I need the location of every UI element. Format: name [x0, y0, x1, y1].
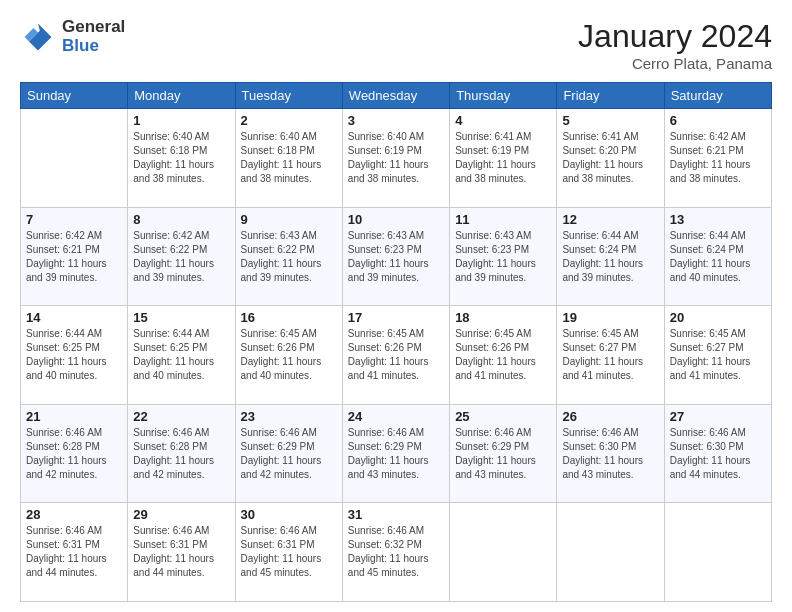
calendar-cell: 26Sunrise: 6:46 AM Sunset: 6:30 PM Dayli…	[557, 404, 664, 503]
calendar-title: January 2024	[578, 18, 772, 55]
calendar-cell: 24Sunrise: 6:46 AM Sunset: 6:29 PM Dayli…	[342, 404, 449, 503]
day-info: Sunrise: 6:44 AM Sunset: 6:25 PM Dayligh…	[26, 327, 122, 383]
day-number: 28	[26, 507, 122, 522]
day-info: Sunrise: 6:46 AM Sunset: 6:31 PM Dayligh…	[26, 524, 122, 580]
day-number: 23	[241, 409, 337, 424]
day-number: 24	[348, 409, 444, 424]
calendar-cell: 12Sunrise: 6:44 AM Sunset: 6:24 PM Dayli…	[557, 207, 664, 306]
calendar-cell: 8Sunrise: 6:42 AM Sunset: 6:22 PM Daylig…	[128, 207, 235, 306]
calendar-cell: 16Sunrise: 6:45 AM Sunset: 6:26 PM Dayli…	[235, 306, 342, 405]
logo-icon	[20, 19, 56, 55]
calendar-cell: 30Sunrise: 6:46 AM Sunset: 6:31 PM Dayli…	[235, 503, 342, 602]
calendar-cell: 17Sunrise: 6:45 AM Sunset: 6:26 PM Dayli…	[342, 306, 449, 405]
day-number: 18	[455, 310, 551, 325]
calendar-cell: 2Sunrise: 6:40 AM Sunset: 6:18 PM Daylig…	[235, 109, 342, 208]
day-number: 8	[133, 212, 229, 227]
day-info: Sunrise: 6:41 AM Sunset: 6:19 PM Dayligh…	[455, 130, 551, 186]
calendar-cell: 11Sunrise: 6:43 AM Sunset: 6:23 PM Dayli…	[450, 207, 557, 306]
day-number: 26	[562, 409, 658, 424]
day-info: Sunrise: 6:40 AM Sunset: 6:18 PM Dayligh…	[241, 130, 337, 186]
week-row-0: 1Sunrise: 6:40 AM Sunset: 6:18 PM Daylig…	[21, 109, 772, 208]
day-info: Sunrise: 6:46 AM Sunset: 6:29 PM Dayligh…	[348, 426, 444, 482]
day-info: Sunrise: 6:41 AM Sunset: 6:20 PM Dayligh…	[562, 130, 658, 186]
calendar-cell: 29Sunrise: 6:46 AM Sunset: 6:31 PM Dayli…	[128, 503, 235, 602]
day-info: Sunrise: 6:46 AM Sunset: 6:29 PM Dayligh…	[455, 426, 551, 482]
header-tuesday: Tuesday	[235, 83, 342, 109]
calendar-cell: 7Sunrise: 6:42 AM Sunset: 6:21 PM Daylig…	[21, 207, 128, 306]
day-number: 16	[241, 310, 337, 325]
week-row-4: 28Sunrise: 6:46 AM Sunset: 6:31 PM Dayli…	[21, 503, 772, 602]
day-number: 31	[348, 507, 444, 522]
week-row-3: 21Sunrise: 6:46 AM Sunset: 6:28 PM Dayli…	[21, 404, 772, 503]
day-number: 14	[26, 310, 122, 325]
day-number: 21	[26, 409, 122, 424]
day-info: Sunrise: 6:46 AM Sunset: 6:31 PM Dayligh…	[133, 524, 229, 580]
day-number: 10	[348, 212, 444, 227]
day-number: 9	[241, 212, 337, 227]
header-thursday: Thursday	[450, 83, 557, 109]
calendar-cell: 18Sunrise: 6:45 AM Sunset: 6:26 PM Dayli…	[450, 306, 557, 405]
calendar-cell	[664, 503, 771, 602]
day-info: Sunrise: 6:46 AM Sunset: 6:30 PM Dayligh…	[562, 426, 658, 482]
day-info: Sunrise: 6:43 AM Sunset: 6:22 PM Dayligh…	[241, 229, 337, 285]
day-info: Sunrise: 6:45 AM Sunset: 6:26 PM Dayligh…	[348, 327, 444, 383]
calendar-cell: 28Sunrise: 6:46 AM Sunset: 6:31 PM Dayli…	[21, 503, 128, 602]
header-friday: Friday	[557, 83, 664, 109]
calendar-cell: 10Sunrise: 6:43 AM Sunset: 6:23 PM Dayli…	[342, 207, 449, 306]
calendar-cell: 1Sunrise: 6:40 AM Sunset: 6:18 PM Daylig…	[128, 109, 235, 208]
day-info: Sunrise: 6:44 AM Sunset: 6:24 PM Dayligh…	[562, 229, 658, 285]
day-number: 1	[133, 113, 229, 128]
day-info: Sunrise: 6:46 AM Sunset: 6:28 PM Dayligh…	[26, 426, 122, 482]
calendar-cell: 22Sunrise: 6:46 AM Sunset: 6:28 PM Dayli…	[128, 404, 235, 503]
day-info: Sunrise: 6:45 AM Sunset: 6:26 PM Dayligh…	[455, 327, 551, 383]
calendar-table: Sunday Monday Tuesday Wednesday Thursday…	[20, 82, 772, 602]
day-info: Sunrise: 6:45 AM Sunset: 6:26 PM Dayligh…	[241, 327, 337, 383]
day-info: Sunrise: 6:45 AM Sunset: 6:27 PM Dayligh…	[562, 327, 658, 383]
calendar-cell: 3Sunrise: 6:40 AM Sunset: 6:19 PM Daylig…	[342, 109, 449, 208]
calendar-cell: 23Sunrise: 6:46 AM Sunset: 6:29 PM Dayli…	[235, 404, 342, 503]
logo: General Blue	[20, 18, 125, 55]
logo-text: General Blue	[62, 18, 125, 55]
day-number: 4	[455, 113, 551, 128]
calendar-cell: 6Sunrise: 6:42 AM Sunset: 6:21 PM Daylig…	[664, 109, 771, 208]
calendar-cell: 15Sunrise: 6:44 AM Sunset: 6:25 PM Dayli…	[128, 306, 235, 405]
calendar-cell: 19Sunrise: 6:45 AM Sunset: 6:27 PM Dayli…	[557, 306, 664, 405]
calendar-cell: 27Sunrise: 6:46 AM Sunset: 6:30 PM Dayli…	[664, 404, 771, 503]
calendar-cell	[557, 503, 664, 602]
day-info: Sunrise: 6:46 AM Sunset: 6:28 PM Dayligh…	[133, 426, 229, 482]
calendar-cell	[21, 109, 128, 208]
logo-blue-text: Blue	[62, 37, 125, 56]
calendar-cell: 5Sunrise: 6:41 AM Sunset: 6:20 PM Daylig…	[557, 109, 664, 208]
day-info: Sunrise: 6:43 AM Sunset: 6:23 PM Dayligh…	[348, 229, 444, 285]
day-number: 3	[348, 113, 444, 128]
day-info: Sunrise: 6:42 AM Sunset: 6:22 PM Dayligh…	[133, 229, 229, 285]
day-number: 6	[670, 113, 766, 128]
week-row-2: 14Sunrise: 6:44 AM Sunset: 6:25 PM Dayli…	[21, 306, 772, 405]
day-number: 11	[455, 212, 551, 227]
day-number: 25	[455, 409, 551, 424]
calendar-cell: 20Sunrise: 6:45 AM Sunset: 6:27 PM Dayli…	[664, 306, 771, 405]
day-number: 2	[241, 113, 337, 128]
calendar-cell: 14Sunrise: 6:44 AM Sunset: 6:25 PM Dayli…	[21, 306, 128, 405]
header-monday: Monday	[128, 83, 235, 109]
day-info: Sunrise: 6:44 AM Sunset: 6:25 PM Dayligh…	[133, 327, 229, 383]
day-number: 30	[241, 507, 337, 522]
day-number: 20	[670, 310, 766, 325]
calendar-cell: 31Sunrise: 6:46 AM Sunset: 6:32 PM Dayli…	[342, 503, 449, 602]
day-info: Sunrise: 6:42 AM Sunset: 6:21 PM Dayligh…	[670, 130, 766, 186]
title-area: January 2024 Cerro Plata, Panama	[578, 18, 772, 72]
calendar-cell: 4Sunrise: 6:41 AM Sunset: 6:19 PM Daylig…	[450, 109, 557, 208]
calendar-subtitle: Cerro Plata, Panama	[578, 55, 772, 72]
calendar-cell: 9Sunrise: 6:43 AM Sunset: 6:22 PM Daylig…	[235, 207, 342, 306]
day-number: 12	[562, 212, 658, 227]
day-info: Sunrise: 6:46 AM Sunset: 6:29 PM Dayligh…	[241, 426, 337, 482]
day-info: Sunrise: 6:45 AM Sunset: 6:27 PM Dayligh…	[670, 327, 766, 383]
day-number: 22	[133, 409, 229, 424]
header-sunday: Sunday	[21, 83, 128, 109]
page: General Blue January 2024 Cerro Plata, P…	[0, 0, 792, 612]
week-row-1: 7Sunrise: 6:42 AM Sunset: 6:21 PM Daylig…	[21, 207, 772, 306]
day-number: 27	[670, 409, 766, 424]
day-number: 29	[133, 507, 229, 522]
calendar-cell: 13Sunrise: 6:44 AM Sunset: 6:24 PM Dayli…	[664, 207, 771, 306]
day-number: 5	[562, 113, 658, 128]
